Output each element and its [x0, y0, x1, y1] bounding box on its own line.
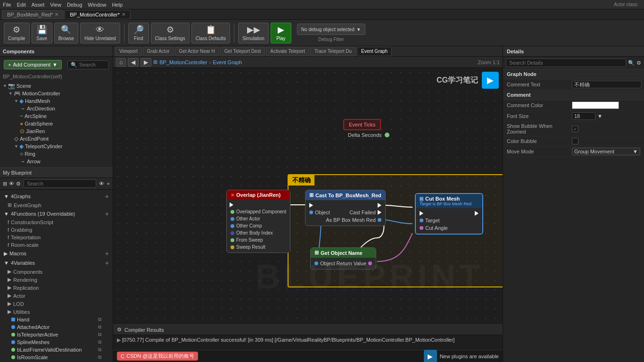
bp-components[interactable]: ▶Components [0, 268, 113, 276]
tree-jianren[interactable]: ⊙ JianRen [0, 127, 113, 135]
show-bubble-checkbox[interactable]: ✓ [572, 126, 578, 132]
bp-graphs-section[interactable]: ▼4Graphs + [0, 192, 113, 201]
graph-tab-event-graph[interactable]: Event Graph [357, 47, 392, 56]
add-component-button[interactable]: + Add Component ▼ [4, 60, 62, 69]
add-function-button[interactable]: + [105, 210, 109, 218]
bp-replication[interactable]: ▶Replication [0, 284, 113, 292]
tree-teleportcylinder[interactable]: ▼ ◆ TeleportCylinder [0, 143, 113, 150]
tree-grabsphere[interactable]: ● GrabSphere [0, 120, 113, 127]
bp-search-input[interactable] [27, 181, 93, 186]
hide-unrelated-button[interactable]: 👁 Hide Unrelated [80, 23, 120, 43]
back-button[interactable]: ◀ [128, 58, 139, 67]
other-body-pin [231, 231, 234, 235]
tab-motion-controller[interactable]: BP_MotionController* ✕ [65, 10, 131, 19]
var-isroomscale[interactable]: IsRoomScale ⧉ [0, 354, 113, 361]
breadcrumb-root[interactable]: BP_MotionController [159, 59, 207, 65]
add-graph-button[interactable]: + [105, 193, 109, 200]
right-panel: Details 🔍 ⚙ Graph Node Comment Text Comm… [503, 46, 644, 362]
bp-eventgraph-item[interactable]: ⊞ EventGraph [0, 201, 113, 209]
browse-button[interactable]: 🔍 Browse [54, 23, 78, 43]
graph-tab-get-actor[interactable]: Get Actor Near H [175, 47, 219, 56]
details-search-input[interactable] [506, 59, 626, 67]
comment-section[interactable]: Comment [503, 90, 644, 100]
menu-window[interactable]: Window [88, 2, 106, 8]
var-splinemeshes[interactable]: SplineMeshes ⧉ [0, 338, 113, 346]
utilities-label: Utilities [13, 309, 30, 315]
delta-seconds-node[interactable]: Delta Seconds [348, 132, 389, 138]
bp-utilities[interactable]: ▶Utilities [0, 308, 113, 316]
tree-handmesh[interactable]: ▼ ◆ HandMesh [0, 97, 113, 105]
graph-tab-trace[interactable]: Trace Teleport Du [310, 47, 356, 56]
add-variable-button[interactable]: + [105, 259, 109, 267]
comment-text-input[interactable] [572, 81, 642, 88]
var-isteleporteractive[interactable]: IsTeleporterActive ⧉ [0, 331, 113, 338]
tab-boxmesh-red[interactable]: BP_BoxMesh_Red* ✕ [2, 10, 64, 19]
tree-arcdirection[interactable]: → ArcDirection [0, 105, 113, 112]
move-mode-dropdown[interactable]: Group Movement ▼ [572, 148, 640, 155]
close-icon[interactable]: ✕ [55, 12, 58, 17]
color-bubble-checkbox[interactable] [572, 138, 578, 144]
tree-ring[interactable]: ○ Ring [0, 150, 113, 158]
copy-icon6[interactable]: ⧉ [98, 354, 101, 360]
copy-icon2[interactable]: ⧉ [98, 324, 101, 330]
debug-selector[interactable]: No debug object selected ▼ [297, 24, 365, 35]
construction-label: ConstructionScript [11, 219, 53, 225]
close-icon[interactable]: ✕ [122, 12, 125, 17]
home-button[interactable]: ⌂ [116, 58, 126, 67]
cut-box-mesh-node[interactable]: ◇ Cut Box Mesh Target is BP Box Mesh Red… [415, 193, 483, 235]
get-object-name-node[interactable]: ⊞ Get Object Name Object Return Value [310, 247, 376, 269]
forward-button[interactable]: ▶ [140, 58, 151, 67]
bp-room-scale[interactable]: fRoom-scale [0, 241, 113, 249]
color-swatch[interactable] [572, 101, 619, 109]
menu-help[interactable]: Help [112, 2, 123, 8]
plugins-notification[interactable]: ▶ New plugins are available [424, 350, 499, 362]
blueprint-canvas[interactable]: Event Ticks Delta Seconds 不精确 ✕ Overlap … [113, 68, 503, 324]
copy-icon[interactable]: ⧉ [98, 317, 101, 322]
graph-tab-grab-actor[interactable]: Grab Actor [143, 47, 174, 56]
play-button[interactable]: ▶ Play [271, 23, 291, 43]
bp-functions-section[interactable]: ▼4Functions (19 Overridable) + [0, 209, 113, 219]
actor-class-label: Actor class: [614, 2, 638, 7]
copy-icon4[interactable]: ⧉ [98, 339, 101, 345]
graph-node-section[interactable]: Graph Node [503, 69, 644, 79]
bp-lod[interactable]: ▶LOD [0, 300, 113, 308]
font-size-arrow[interactable]: ▼ [597, 113, 603, 119]
copy-icon3[interactable]: ⧉ [98, 332, 101, 337]
save-button[interactable]: 💾 Save [32, 23, 52, 43]
menu-debug[interactable]: Debug [67, 2, 82, 8]
copy-icon5[interactable]: ⧉ [98, 347, 101, 353]
class-defaults-button[interactable]: 📋 Class Defaults [191, 23, 230, 43]
bp-teleportation[interactable]: fTeleportation [0, 234, 113, 241]
bp-grabbing[interactable]: fGrabbing [0, 226, 113, 234]
menu-view[interactable]: View [50, 2, 61, 8]
bp-actor[interactable]: ▶Actor [0, 292, 113, 300]
font-size-input[interactable] [572, 112, 595, 120]
overlap-node[interactable]: ✕ Overlap (JianRen) Overlapped Component… [226, 190, 290, 253]
menu-edit[interactable]: Edit [17, 2, 26, 8]
bp-constructionscript[interactable]: fConstructionScript [0, 219, 113, 226]
find-button[interactable]: 🔎 Find [128, 23, 149, 43]
tree-arcspline[interactable]: ~ ArcSpline [0, 112, 113, 120]
tree-arcendpoint[interactable]: ◇ ArcEndPoint [0, 135, 113, 143]
simulation-button[interactable]: ▶▶ Simulation [238, 23, 269, 43]
menu-file[interactable]: File [3, 2, 11, 8]
tree-arrow[interactable]: → Arrow [0, 158, 113, 165]
class-settings-button[interactable]: ⚙ Class Settings [151, 23, 190, 43]
var-blastframe[interactable]: bLastFrameValidDestination ⧉ [0, 346, 113, 354]
cast-node[interactable]: ⊞ Cast To BP_BoxMesh_Red Object [305, 190, 386, 226]
add-macro-button[interactable]: + [105, 250, 109, 257]
tree-scene[interactable]: ▼ 📷 Scene [0, 82, 113, 90]
graph-tab-activate[interactable]: Activate Teleport [266, 47, 309, 56]
bp-rendering[interactable]: ▶Rendering [0, 276, 113, 284]
bp-macros-section[interactable]: ▶Macros + [0, 249, 113, 258]
menu-asset[interactable]: Asset [32, 2, 45, 8]
compile-button[interactable]: ⚙ Compile [4, 23, 30, 43]
component-search-input[interactable] [79, 62, 106, 67]
graph-tab-viewport[interactable]: Viewport [115, 47, 142, 56]
tree-motioncontroller[interactable]: ▼ 🎮 MotionController [0, 90, 113, 97]
graph-tab-get-teleport[interactable]: Get Teleport Dest [220, 47, 265, 56]
var-attached-actor[interactable]: AttachedActor ⧉ [0, 323, 113, 331]
bp-variables-section[interactable]: ▼4Variables + [0, 258, 113, 268]
event-ticks-node[interactable]: Event Ticks [343, 119, 381, 130]
var-hand[interactable]: Hand ⧉ [0, 316, 113, 323]
